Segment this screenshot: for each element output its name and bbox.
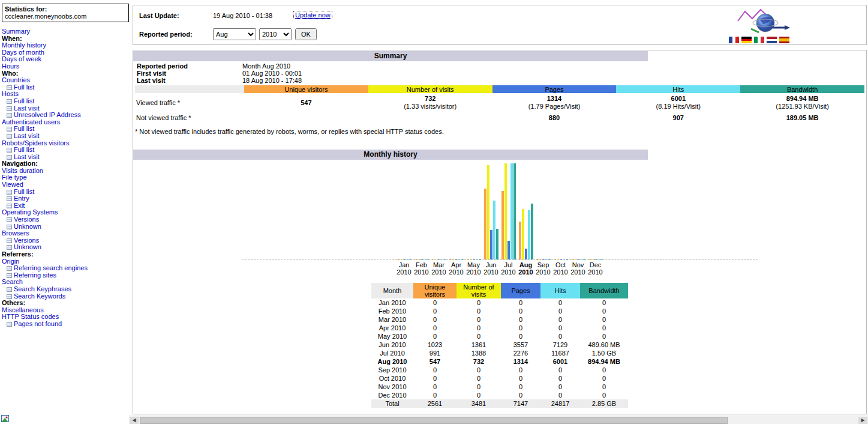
page-corner-icon xyxy=(1,415,9,423)
awstats-logo xyxy=(734,7,794,37)
list-bullet-icon xyxy=(7,238,12,243)
bar-bandwidth-feb-2010 xyxy=(427,259,429,259)
chart-label-oct-2010: Oct2010 xyxy=(552,261,569,276)
month-select[interactable]: Aug xyxy=(213,28,256,40)
list-bullet-icon xyxy=(7,294,12,299)
monthly-header-row: MonthUnique visitorsNumber of visitsPage… xyxy=(371,283,628,298)
chart-bars xyxy=(242,162,758,259)
report-body: Summary Reported periodMonth Aug 2010Fir… xyxy=(133,50,867,414)
bar-unique-visitors-oct-2010 xyxy=(554,259,556,259)
monthly-row-may-2010: May 201000000 xyxy=(371,332,628,341)
monthly-row-oct-2010: Oct 201000000 xyxy=(371,374,628,383)
bar-bandwidth-jun-2010 xyxy=(496,229,498,259)
summary-column-bandwidth: Bandwidth xyxy=(740,85,864,93)
flag-nl-icon[interactable] xyxy=(767,37,777,43)
chart-label-apr-2010: Apr2010 xyxy=(447,261,465,276)
summary-info-table: Reported periodMonth Aug 2010First visit… xyxy=(136,62,303,84)
update-now-link[interactable]: Update now xyxy=(293,11,332,19)
list-bullet-icon xyxy=(7,322,12,327)
report-header: Last Update: 19 Aug 2010 - 01:38 Update … xyxy=(133,5,867,45)
bar-pages-jan-2010 xyxy=(403,259,406,259)
list-bullet-icon xyxy=(7,99,12,104)
viewed-pages: 1314(1.79 Pages/Visit) xyxy=(492,93,617,112)
summary-stats-table: Unique visitorsNumber of visitsPagesHits… xyxy=(135,85,864,123)
bar-bandwidth-jul-2010 xyxy=(513,163,516,259)
bar-hits-jun-2010 xyxy=(493,201,495,259)
sidebar-item-days-of-week[interactable]: Days of week xyxy=(2,56,129,63)
summary-column-unique-visitors: Unique visitors xyxy=(244,85,368,93)
list-bullet-icon xyxy=(7,113,12,118)
summary-info-last-visit: Last visit18 Aug 2010 - 17:48 xyxy=(136,77,303,84)
bar-pages-oct-2010 xyxy=(560,259,562,259)
chart-group-nov-2010 xyxy=(569,162,587,259)
flag-de-icon[interactable] xyxy=(741,37,752,43)
bar-hits-may-2010 xyxy=(476,259,478,259)
chart-label-feb-2010: Feb2010 xyxy=(413,261,430,276)
chart-group-may-2010 xyxy=(465,162,482,259)
ok-button[interactable]: OK xyxy=(295,28,317,40)
bar-bandwidth-sep-2010 xyxy=(548,259,551,259)
monthly-row-mar-2010: Mar 201000000 xyxy=(371,315,628,324)
bar-pages-jun-2010 xyxy=(490,230,492,259)
list-bullet-icon xyxy=(7,225,12,229)
monthly-history-section-title: Monthly history xyxy=(133,150,648,160)
bar-unique-visitors-feb-2010 xyxy=(415,259,417,259)
horizontal-scrollbar[interactable]: ◀ ▶ xyxy=(129,416,868,424)
sidebar-item-hours[interactable]: Hours xyxy=(2,63,129,70)
sidebar-item-summary[interactable]: Summary xyxy=(2,28,129,35)
year-select[interactable]: 2010 xyxy=(259,28,292,40)
chart-label-sep-2010: Sep2010 xyxy=(534,261,552,276)
bar-number-of-visits-apr-2010 xyxy=(452,259,455,259)
list-bullet-icon xyxy=(7,273,12,278)
bar-pages-may-2010 xyxy=(473,259,475,259)
bar-bandwidth-dec-2010 xyxy=(600,259,603,259)
bar-pages-nov-2010 xyxy=(577,259,579,259)
not-viewed-pages: 880 xyxy=(492,112,617,123)
not-viewed-traffic-row: Not viewed traffic *880907189.05 MB xyxy=(135,112,864,123)
bar-number-of-visits-dec-2010 xyxy=(591,259,594,259)
scrollbar-thumb[interactable] xyxy=(140,417,728,424)
scroll-right-arrow-icon[interactable]: ▶ xyxy=(858,417,867,424)
bar-number-of-visits-may-2010 xyxy=(470,259,472,259)
flag-it-icon[interactable] xyxy=(754,37,764,43)
bar-unique-visitors-dec-2010 xyxy=(588,259,591,259)
chart-group-mar-2010 xyxy=(430,162,447,259)
monthly-header-bandwidth: Bandwidth xyxy=(580,283,628,298)
chart-group-apr-2010 xyxy=(447,162,465,259)
last-update-label: Last Update: xyxy=(139,12,179,19)
scroll-left-arrow-icon[interactable]: ◀ xyxy=(130,417,139,424)
monthly-row-total: Total256134817147248172.85 GB xyxy=(371,399,628,408)
flag-fr-icon[interactable] xyxy=(729,37,739,43)
summary-column-pages: Pages xyxy=(492,85,617,93)
monthly-header-hits: Hits xyxy=(540,283,580,298)
bar-hits-mar-2010 xyxy=(441,259,443,259)
bar-number-of-visits-nov-2010 xyxy=(574,259,576,259)
viewed-hits: 6001(8.19 Hits/Visit) xyxy=(616,93,740,112)
chart-label-may-2010: May2010 xyxy=(465,261,482,276)
monthly-row-jun-2010: Jun 20101023136135577129489.60 MB xyxy=(371,341,628,349)
sidebar-heading-referrers: Referrers: xyxy=(2,251,129,258)
sidebar-item-pages-not-found[interactable]: Pages not found xyxy=(2,321,129,328)
chart-group-aug-2010 xyxy=(517,162,534,259)
bar-hits-dec-2010 xyxy=(597,259,600,259)
chart-labels: Jan2010Feb2010Mar2010Apr2010May2010Jun20… xyxy=(242,259,758,276)
bar-unique-visitors-aug-2010 xyxy=(519,222,521,259)
chart-group-oct-2010 xyxy=(552,162,569,259)
bar-pages-dec-2010 xyxy=(594,259,597,259)
viewed-unique-visitors: 547 xyxy=(244,93,368,112)
bar-hits-jan-2010 xyxy=(406,259,409,259)
list-bullet-icon xyxy=(7,266,12,271)
bar-hits-jul-2010 xyxy=(510,163,513,259)
list-bullet-icon xyxy=(7,245,12,250)
chart-label-jun-2010: Jun2010 xyxy=(482,261,500,276)
bar-bandwidth-apr-2010 xyxy=(461,259,464,259)
chart-label-nov-2010: Nov2010 xyxy=(569,261,587,276)
sidebar-item-full-list[interactable]: Full list xyxy=(2,84,129,91)
chart-group-jul-2010 xyxy=(500,162,517,259)
not-viewed-footnote: * Not viewed traffic includes traffic ge… xyxy=(135,128,866,135)
bar-unique-visitors-jul-2010 xyxy=(501,191,504,259)
bar-bandwidth-nov-2010 xyxy=(583,259,585,259)
bar-unique-visitors-jan-2010 xyxy=(397,259,400,259)
flag-es-icon[interactable] xyxy=(779,37,789,43)
bar-bandwidth-aug-2010 xyxy=(531,204,533,259)
